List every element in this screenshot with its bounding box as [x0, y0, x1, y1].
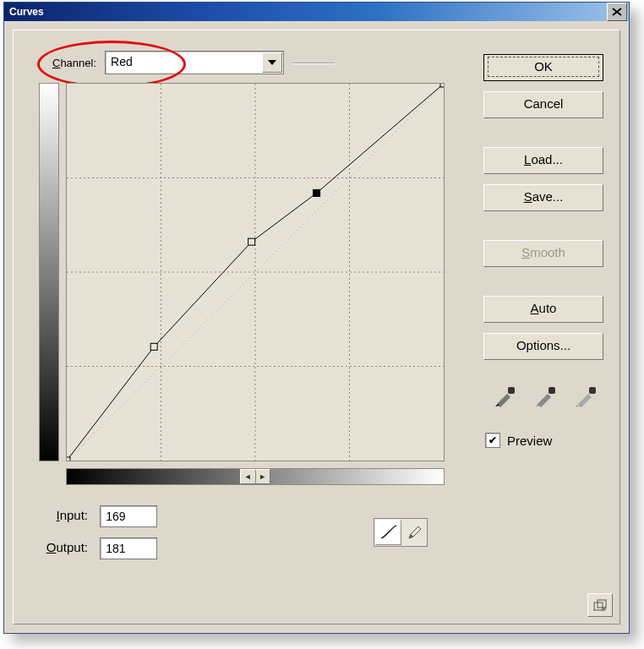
preview-checkbox[interactable]: ✔	[485, 433, 500, 448]
svg-rect-10	[314, 189, 320, 196]
eyedropper-icon	[532, 379, 558, 409]
output-gradient	[39, 83, 59, 461]
triangle-right-icon: ►	[256, 470, 270, 483]
gradient-flip-buttons[interactable]: ◄ ►	[240, 469, 270, 484]
curve-mode-toggle	[374, 518, 428, 547]
titlebar[interactable]: Curves	[4, 3, 629, 21]
resize-icon	[593, 599, 607, 611]
channel-row: Channel: Red	[52, 51, 284, 74]
channel-select[interactable]: Red	[105, 51, 284, 74]
window-title: Curves	[9, 6, 44, 18]
close-button[interactable]	[607, 3, 627, 21]
curve-grid[interactable]	[66, 83, 445, 461]
curve-mode-pencil[interactable]	[402, 519, 427, 546]
chevron-down-icon	[268, 60, 276, 65]
auto-button[interactable]: Auto	[483, 296, 603, 323]
curves-dialog: Curves Channel: Red	[3, 2, 630, 634]
output-label: Output:	[34, 540, 88, 554]
preview-row: ✔ Preview	[485, 433, 552, 448]
svg-rect-13	[548, 387, 555, 394]
svg-rect-9	[248, 238, 255, 245]
options-button[interactable]: Options...	[483, 333, 603, 360]
cancel-button[interactable]: Cancel	[483, 91, 603, 118]
triangle-left-icon: ◄	[241, 470, 255, 483]
dialog-client: Channel: Red ◄ ►	[13, 30, 620, 624]
svg-rect-8	[150, 343, 157, 350]
svg-rect-16	[598, 600, 606, 608]
svg-rect-12	[508, 387, 515, 394]
input-label: Input:	[34, 508, 88, 522]
curve-point-icon	[379, 524, 398, 541]
input-row: Input: 169	[34, 505, 157, 527]
svg-rect-14	[589, 387, 596, 394]
svg-rect-11	[440, 84, 444, 87]
channel-select-value: Red	[111, 55, 133, 68]
right-button-column: OK Cancel Load... Save... Smooth Auto Op…	[483, 54, 603, 370]
input-gradient-slider[interactable]: ◄ ►	[66, 468, 445, 485]
eyedropper-gray[interactable]	[532, 379, 558, 409]
separator	[292, 63, 335, 64]
channel-label: Channel:	[52, 57, 96, 69]
load-button[interactable]: Load...	[483, 147, 603, 174]
preview-label: Preview	[507, 434, 552, 448]
input-field[interactable]: 169	[100, 505, 157, 527]
svg-rect-7	[67, 457, 70, 461]
svg-rect-15	[594, 603, 603, 610]
output-row: Output: 181	[34, 537, 157, 559]
pencil-icon	[407, 524, 423, 541]
close-icon	[612, 8, 622, 16]
smooth-button: Smooth	[483, 240, 603, 267]
output-field[interactable]: 181	[100, 537, 157, 559]
eyedropper-icon	[573, 379, 598, 409]
eyedropper-white[interactable]	[573, 379, 598, 409]
eyedropper-row	[487, 379, 603, 412]
channel-select-arrow[interactable]	[262, 52, 282, 73]
eyedropper-black[interactable]	[492, 379, 517, 409]
ok-button[interactable]: OK	[483, 54, 603, 81]
eyedropper-icon	[492, 379, 517, 409]
resize-handle[interactable]	[587, 593, 613, 617]
save-button[interactable]: Save...	[483, 184, 603, 211]
curve-canvas[interactable]	[67, 84, 444, 461]
curve-mode-point[interactable]	[375, 520, 401, 545]
